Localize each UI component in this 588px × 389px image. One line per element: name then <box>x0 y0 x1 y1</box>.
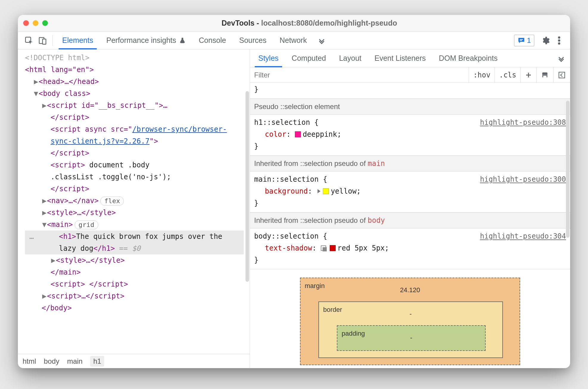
styles-pane: Styles Computed Layout Event Listeners D… <box>250 49 570 368</box>
dom-h1-selected[interactable]: <h1>The quick brown fox jumps over the l… <box>25 231 244 254</box>
tab-network[interactable]: Network <box>273 32 314 49</box>
more-sidebar-tabs-icon[interactable] <box>554 49 568 67</box>
settings-icon[interactable] <box>539 34 552 47</box>
section-inherited-main: Inherited from ::selection pseudo of mai… <box>250 155 570 172</box>
tab-sources[interactable]: Sources <box>233 32 273 49</box>
hover-toggle-button[interactable]: :hov <box>469 67 495 83</box>
tab-performance-insights[interactable]: Performance insights <box>100 32 192 49</box>
zoom-window-button[interactable] <box>42 20 48 26</box>
rule-h1-selection[interactable]: h1::selection { highlight-pseudo:308 col… <box>250 115 570 155</box>
dom-script-inline-close[interactable]: </script> <box>25 183 244 195</box>
dom-html[interactable]: <html lang="en"> <box>25 64 244 76</box>
margin-top-value[interactable]: 24.120 <box>318 284 502 296</box>
dom-script-inline[interactable]: <script> document .body <box>25 159 244 171</box>
kebab-menu-icon[interactable] <box>552 34 566 47</box>
sidebar-tab-styles[interactable]: Styles <box>252 49 285 67</box>
padding-label: padding <box>342 328 365 340</box>
sidebar-tab-dom-breakpoints[interactable]: DOM Breakpoints <box>432 49 504 67</box>
color-swatch[interactable] <box>323 188 329 194</box>
rule-main-selection[interactable]: main::selection { highlight-pseudo:300 b… <box>250 172 570 212</box>
dom-script-bs[interactable]: ▶<script id="__bs_script__">… <box>25 99 244 111</box>
hover-dots-icon[interactable]: ⋯ <box>26 232 37 244</box>
tab-elements[interactable]: Elements <box>56 32 100 49</box>
source-link[interactable]: highlight-pseudo:300 <box>480 173 566 185</box>
svg-rect-9 <box>559 72 565 78</box>
sidebar-tab-layout[interactable]: Layout <box>332 49 368 67</box>
issues-badge[interactable]: 1 <box>514 35 534 46</box>
svg-rect-3 <box>520 39 523 40</box>
padding-top-value[interactable]: - <box>355 332 467 344</box>
dom-script-async-close[interactable]: </script> <box>25 147 244 159</box>
selector[interactable]: h1::selection { <box>254 116 319 128</box>
dom-style-2[interactable]: ▶<style>…</style> <box>25 254 244 266</box>
svg-point-7 <box>558 42 560 45</box>
dom-head[interactable]: ▶<head>…</head> <box>25 76 244 88</box>
sidebar-tab-computed[interactable]: Computed <box>285 49 332 67</box>
expand-shorthand-icon[interactable] <box>318 189 320 193</box>
class-toggle-button[interactable]: .cls <box>495 67 520 83</box>
dom-style[interactable]: ▶<style>…</style> <box>25 207 244 219</box>
crumb-main[interactable]: main <box>67 357 82 365</box>
section-pseudo-selection: Pseudo ::selection element <box>250 99 570 115</box>
dom-script-async[interactable]: <script async src="/browser-sync/browser… <box>25 123 244 147</box>
crumb-body[interactable]: body <box>44 357 59 365</box>
filter-input[interactable] <box>250 67 469 83</box>
selector[interactable]: main::selection { <box>254 173 327 185</box>
section-inherited-body: Inherited from ::selection pseudo of bod… <box>250 212 570 228</box>
dom-doctype[interactable]: <!DOCTYPE html> <box>25 52 244 64</box>
dom-main[interactable]: ▼<main>grid <box>25 219 244 231</box>
window-title: DevTools - localhost:8080/demo/highlight… <box>54 19 565 27</box>
border-label: border <box>323 304 342 316</box>
svg-rect-8 <box>543 76 547 78</box>
title-prefix: DevTools - <box>222 19 261 27</box>
scrollbar[interactable] <box>566 101 570 238</box>
filter-bar: :hov .cls <box>250 67 570 83</box>
dom-tree[interactable]: <!DOCTYPE html> <html lang="en"> ▶<head>… <box>18 52 250 314</box>
dom-script-bs-close[interactable]: </script> <box>25 111 244 123</box>
scrollbar[interactable] <box>245 91 249 282</box>
dom-main-close[interactable]: </main> <box>25 266 244 278</box>
crumb-html[interactable]: html <box>23 357 36 365</box>
main-toolbar: Elements Performance insights Console So… <box>18 32 570 49</box>
more-tabs-icon[interactable] <box>313 32 330 49</box>
device-toolbar-icon[interactable] <box>36 34 49 47</box>
inspect-element-icon[interactable] <box>22 34 36 47</box>
dom-nav[interactable]: ▶<nav>…</nav>flex <box>25 195 244 207</box>
border-top-value[interactable]: - <box>337 308 484 320</box>
print-media-icon[interactable] <box>536 67 553 83</box>
rule-body-selection[interactable]: body::selection { highlight-pseudo:304 t… <box>250 228 570 269</box>
computed-toggle-icon[interactable] <box>553 67 570 83</box>
tab-console[interactable]: Console <box>192 32 233 49</box>
devtools-window: DevTools - localhost:8080/demo/highlight… <box>18 15 570 368</box>
panel-tabs: Elements Performance insights Console So… <box>56 32 330 49</box>
source-link[interactable]: highlight-pseudo:308 <box>480 116 566 128</box>
svg-point-5 <box>558 36 560 39</box>
title-url: localhost:8080/demo/highlight-pseudo <box>261 19 397 27</box>
flask-icon <box>179 37 186 44</box>
new-style-rule-icon[interactable] <box>520 67 536 83</box>
sidebar-tabs: Styles Computed Layout Event Listeners D… <box>250 49 570 67</box>
box-model[interactable]: margin 24.120 border - padding - <box>250 269 570 365</box>
color-swatch[interactable] <box>330 245 336 251</box>
issues-count: 1 <box>527 36 531 45</box>
dom-script-empty[interactable]: <script> </script> <box>25 278 244 290</box>
crumb-h1[interactable]: h1 <box>90 356 104 367</box>
dom-body-close[interactable]: </body> <box>25 302 244 314</box>
dom-body[interactable]: ▼<body class> <box>25 88 244 99</box>
dom-script-inline-2[interactable]: .classList .toggle('no-js'); <box>25 171 244 183</box>
styles-body: } Pseudo ::selection element h1::selecti… <box>250 83 570 368</box>
color-swatch[interactable] <box>295 131 301 137</box>
source-link[interactable]: highlight-pseudo:304 <box>480 230 566 242</box>
rule-cutoff[interactable]: } <box>250 83 570 99</box>
selector[interactable]: body::selection { <box>254 230 327 242</box>
layout-badge-grid[interactable]: grid <box>75 220 98 229</box>
minimize-window-button[interactable] <box>33 20 38 26</box>
svg-rect-4 <box>520 40 522 41</box>
svg-point-6 <box>558 39 560 42</box>
layout-badge-flex[interactable]: flex <box>100 197 124 206</box>
traffic-lights <box>23 20 48 26</box>
dom-script-dots[interactable]: ▶<script>…</script> <box>25 290 244 302</box>
shadow-editor-icon[interactable] <box>321 245 327 251</box>
close-window-button[interactable] <box>23 20 29 26</box>
sidebar-tab-listeners[interactable]: Event Listeners <box>368 49 432 67</box>
